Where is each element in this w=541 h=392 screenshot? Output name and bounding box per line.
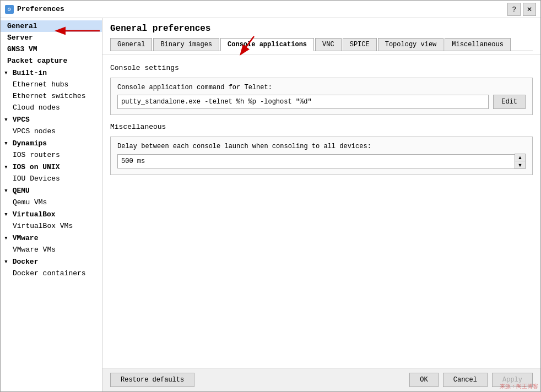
console-settings-group: Console application command for Telnet: …: [110, 78, 533, 115]
misc-label: Miscellaneous: [110, 123, 533, 131]
sidebar-item-gns3vm[interactable]: GNS3 VM: [1, 43, 102, 55]
main-title: General preferences: [110, 24, 533, 34]
sidebar-item-docker-containers[interactable]: Docker containers: [1, 268, 102, 279]
restore-defaults-button[interactable]: Restore defaults: [110, 373, 194, 387]
sidebar-item-virtualbox-vms[interactable]: VirtualBox VMs: [1, 220, 102, 232]
tab-vnc[interactable]: VNC: [315, 38, 342, 51]
sidebar-item-iou-devices[interactable]: IOU Devices: [1, 173, 102, 184]
title-bar-left: ⚙ Preferences: [5, 5, 64, 14]
title-bar: ⚙ Preferences ? ✕: [1, 1, 540, 18]
sidebar-item-vpcs[interactable]: ▾ VPCS: [1, 113, 102, 126]
spinner-controls: ▲ ▼: [515, 154, 526, 169]
sidebar-item-general[interactable]: General: [1, 20, 102, 32]
sidebar: GeneralServerGNS3 VMPacket capture▾ Buil…: [1, 18, 102, 391]
spinner-up-button[interactable]: ▲: [515, 154, 525, 161]
sidebar-item-virtualbox[interactable]: ▾ VirtualBox: [1, 208, 102, 220]
cancel-button[interactable]: Cancel: [443, 373, 488, 387]
footer: Restore defaults OK Cancel Apply: [102, 368, 540, 391]
misc-group: Delay between each console launch when c…: [110, 137, 533, 175]
help-button[interactable]: ?: [507, 3, 521, 16]
telnet-input[interactable]: [117, 95, 489, 109]
sidebar-item-vmware-vms[interactable]: VMware VMs: [1, 244, 102, 255]
sidebar-item-ios-unix[interactable]: ▾ IOS on UNIX: [1, 161, 102, 173]
telnet-row: Edit: [117, 95, 526, 109]
tab-spice[interactable]: SPICE: [343, 38, 377, 51]
delay-row: ▲ ▼: [117, 154, 526, 169]
tab-topology-view[interactable]: Topology view: [378, 38, 444, 51]
sidebar-item-packet-capture[interactable]: Packet capture: [1, 55, 102, 67]
sidebar-item-vpcs-nodes[interactable]: VPCS nodes: [1, 126, 102, 137]
tab-binary-images[interactable]: Binary images: [153, 38, 219, 51]
tabs-container: GeneralBinary imagesConsole applications…: [110, 38, 533, 51]
sidebar-item-ethernet-hubs[interactable]: Ethernet hubs: [1, 79, 102, 90]
spinner-down-button[interactable]: ▼: [515, 161, 525, 168]
window-title: Preferences: [17, 5, 64, 13]
main-header: General preferences GeneralBinary images…: [102, 18, 540, 55]
sidebar-item-cloud-nodes[interactable]: Cloud nodes: [1, 102, 102, 113]
app-icon: ⚙: [5, 5, 14, 14]
sidebar-item-ethernet-switches[interactable]: Ethernet switches: [1, 90, 102, 102]
main-body: Console settings Console application com…: [102, 55, 540, 368]
edit-button[interactable]: Edit: [493, 95, 526, 109]
footer-left: Restore defaults: [110, 373, 194, 387]
main-content: General preferences GeneralBinary images…: [102, 18, 540, 391]
tab-miscellaneous[interactable]: Miscellaneous: [445, 38, 511, 51]
telnet-label: Console application command for Telnet:: [117, 84, 526, 91]
close-button[interactable]: ✕: [523, 3, 536, 16]
sidebar-item-qemu[interactable]: ▾ QEMU: [1, 184, 102, 197]
tab-console-applications[interactable]: Console applications: [220, 38, 314, 51]
sidebar-item-qemu-vms[interactable]: Qemu VMs: [1, 197, 102, 208]
sidebar-item-docker[interactable]: ▾ Docker: [1, 255, 102, 268]
title-bar-controls: ? ✕: [507, 3, 536, 16]
delay-label: Delay between each console launch when c…: [117, 143, 526, 150]
sidebar-item-built-in[interactable]: ▾ Built-in: [1, 67, 102, 79]
ok-button[interactable]: OK: [409, 373, 438, 387]
sidebar-item-server[interactable]: Server: [1, 32, 102, 43]
console-settings-label: Console settings: [110, 64, 533, 72]
preferences-window: ⚙ Preferences ? ✕ GeneralServerGNS3 VMPa…: [0, 0, 541, 392]
watermark: 来源：阁王博客: [500, 383, 538, 390]
window-body: GeneralServerGNS3 VMPacket capture▾ Buil…: [1, 18, 540, 391]
tab-general[interactable]: General: [110, 38, 152, 51]
sidebar-item-vmware[interactable]: ▾ VMware: [1, 232, 102, 244]
sidebar-item-ios-routers[interactable]: IOS routers: [1, 149, 102, 161]
delay-input[interactable]: [117, 154, 515, 168]
sidebar-item-dynamips[interactable]: ▾ Dynamips: [1, 137, 102, 149]
